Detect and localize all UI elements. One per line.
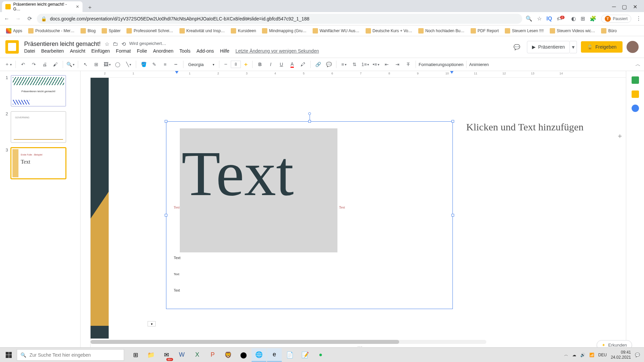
doc-title[interactable]: Präsentieren leicht gemacht! (24, 41, 101, 48)
file-explorer-icon[interactable]: 📁 (144, 348, 158, 362)
tray-chevron-icon[interactable]: ︿ (564, 352, 568, 358)
highlight-color-button[interactable]: 🖍 (298, 60, 308, 69)
move-icon[interactable]: 🗀 (113, 41, 118, 47)
redo-button[interactable]: ↷ (29, 60, 39, 69)
last-change-link[interactable]: Letzte Änderung vor wenigen Sekunden (235, 48, 319, 54)
menu-edit[interactable]: Bearbeiten (41, 48, 64, 54)
notifications-icon[interactable]: 💬 (635, 353, 640, 357)
text-color-button[interactable]: A (287, 60, 297, 69)
reader-icon[interactable]: IQ (546, 16, 552, 22)
bookmark-item[interactable]: Wahlfächer WU Aus… (311, 27, 362, 35)
slide-canvas[interactable]: 2 1 1 2 3 4 5 6 7 8 9 10 11 12 13 14 (80, 71, 626, 349)
selected-text-frame[interactable]: Text Text Text Text Text Text (166, 121, 453, 309)
slide-thumbnail-3[interactable]: Erste Folie - Beispiel Text (11, 147, 66, 179)
insert-link-button[interactable]: 🔗 (313, 60, 323, 69)
tasks-icon[interactable] (632, 105, 639, 112)
windows-search[interactable]: 🔍 Zur Suche Text hier eingeben (17, 349, 124, 361)
border-color-button[interactable]: ✎ (150, 60, 159, 69)
format-options-button[interactable]: Formatierungsoptionen (419, 62, 464, 67)
resize-handle[interactable] (165, 120, 167, 123)
chrome-icon[interactable]: 🌐 (252, 348, 266, 362)
paint-format-button[interactable]: 🖌 (51, 60, 60, 69)
resize-handle[interactable] (165, 214, 167, 217)
align-button[interactable]: ≡▾ (339, 60, 348, 69)
undo-button[interactable]: ↶ (18, 60, 28, 69)
bookmark-item[interactable]: Produktsuche - Mer… (26, 27, 76, 35)
slides-logo[interactable] (5, 40, 19, 54)
print-button[interactable]: 🖨 (40, 60, 49, 69)
app-icon[interactable]: 📄 (282, 348, 297, 362)
calendar-icon[interactable] (632, 76, 639, 84)
font-size-decrease[interactable]: − (222, 61, 229, 68)
menu-slide[interactable]: Folie (137, 48, 147, 54)
border-weight-button[interactable]: ≡ (160, 60, 170, 69)
mail-icon[interactable]: ✉ (159, 348, 174, 362)
border-dash-button[interactable]: ┅ (171, 60, 180, 69)
menu-arrange[interactable]: Anordnen (153, 48, 173, 54)
bulleted-list-button[interactable]: •≡▾ (371, 60, 381, 69)
font-size-input[interactable]: 8 (231, 61, 241, 68)
slide-thumbnail-1[interactable]: Präsentieren leicht gemacht! (11, 75, 66, 107)
slide-thumbnail-2[interactable]: GOVERNING (11, 111, 66, 143)
indent-marker-left[interactable] (175, 71, 178, 74)
animate-button[interactable]: Animieren (469, 62, 489, 67)
browser-tab[interactable]: Präsentieren leicht gemacht! - G… ✕ (2, 1, 83, 12)
horizontal-scrollbar[interactable] (91, 340, 486, 344)
image-tool[interactable]: 🖼▾ (102, 60, 112, 69)
increase-indent-button[interactable]: ⇥ (393, 60, 402, 69)
layout-dropdown-icon[interactable]: ▾ (148, 321, 156, 326)
line-spacing-button[interactable]: ⇅ (350, 60, 359, 69)
italic-button[interactable]: I (266, 60, 275, 69)
bookmark-item[interactable]: Steuern Videos wic… (548, 27, 597, 35)
spotify-icon[interactable]: ● (313, 348, 328, 362)
bookmark-item[interactable]: Blog (78, 27, 98, 35)
incognito-icon[interactable]: ◐ (571, 15, 576, 22)
text-label[interactable]: Text (174, 256, 180, 260)
collapse-toolbar-icon[interactable]: ︿ (635, 61, 641, 68)
shape-tool[interactable]: ◯ (113, 60, 122, 69)
zoom-icon[interactable]: 🔍 (526, 15, 532, 22)
menu-view[interactable]: Ansicht (70, 48, 85, 54)
bookmark-item[interactable]: PDF Report (469, 27, 501, 35)
text-label[interactable]: Text (339, 205, 345, 209)
back-button[interactable]: ← (3, 15, 11, 23)
clear-formatting-button[interactable]: T (404, 60, 413, 69)
indent-marker-right[interactable] (450, 71, 453, 74)
font-size-increase[interactable]: ＋ (242, 61, 250, 68)
extension-icon[interactable]: 🏷0 (557, 16, 567, 22)
reload-button[interactable]: ⟳ (25, 15, 34, 23)
font-select[interactable]: Georgia▾ (186, 62, 216, 67)
textbox-tool[interactable]: ⊞ (92, 60, 101, 69)
forward-button[interactable]: → (14, 15, 22, 23)
powerpoint-icon[interactable]: P (205, 348, 220, 362)
notepad-icon[interactable]: 📝 (298, 348, 313, 362)
present-dropdown[interactable]: ▾ (570, 41, 577, 53)
scrollbar-thumb[interactable] (91, 340, 399, 344)
menu-file[interactable]: Datei (24, 48, 35, 54)
menu-help[interactable]: Hilfe (220, 48, 229, 54)
star-icon[interactable]: ☆ (105, 41, 109, 47)
window-minimize-icon[interactable]: ─ (612, 4, 616, 10)
menu-addons[interactable]: Add-ons (197, 48, 214, 54)
onedrive-icon[interactable]: ☁ (572, 353, 576, 357)
chrome-menu-icon[interactable]: ⋮ (636, 15, 641, 22)
menu-insert[interactable]: Einfügen (91, 48, 110, 54)
address-bar[interactable]: 🔒 docs.google.com/presentation/d/1yV372S… (37, 14, 522, 24)
window-maximize-icon[interactable]: ▢ (622, 4, 627, 10)
bookmark-item[interactable]: Büro (599, 27, 619, 35)
bookmark-item[interactable]: Später (100, 27, 122, 35)
window-close-icon[interactable]: ✕ (633, 4, 637, 10)
insert-comment-button[interactable]: 💬 (324, 60, 333, 69)
clock[interactable]: 09:41 24.02.2021 (611, 350, 631, 360)
zoom-button[interactable]: 🔍▾ (66, 60, 75, 69)
bookmark-item[interactable]: Professionell Schrei… (124, 27, 175, 35)
numbered-list-button[interactable]: 1≡▾ (361, 60, 370, 69)
edge-icon[interactable]: e (267, 348, 282, 362)
account-avatar[interactable] (627, 41, 639, 53)
new-tab-button[interactable]: ＋ (85, 3, 95, 12)
language-indicator[interactable]: DEU (598, 353, 607, 357)
new-slide-button[interactable]: ＋▾ (3, 60, 13, 69)
menu-format[interactable]: Format (116, 48, 131, 54)
resize-handle[interactable] (451, 120, 454, 123)
translate-icon[interactable]: ⊞ (581, 15, 585, 22)
